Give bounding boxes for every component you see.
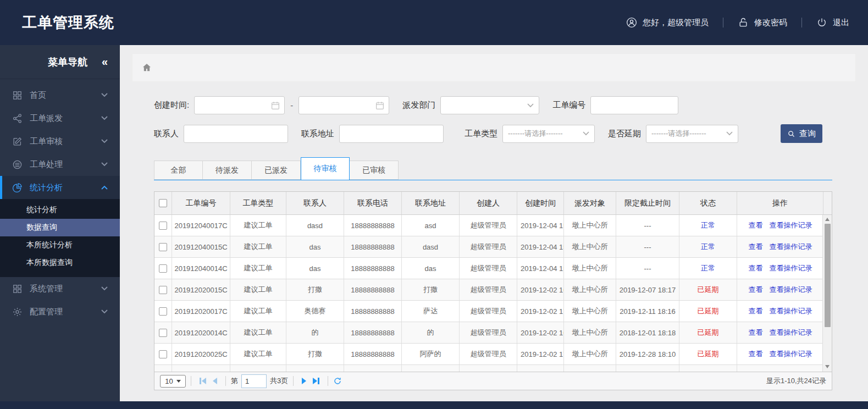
order-type-select[interactable]: -------请选择-------	[502, 125, 595, 143]
last-page-button[interactable]	[309, 378, 323, 384]
cell-order-type: 建议工单	[230, 344, 286, 364]
submenu-item-branch-data-query[interactable]: 本所数据查询	[0, 254, 120, 272]
row-checkbox[interactable]	[159, 264, 167, 273]
view-link[interactable]: 查看	[749, 285, 763, 295]
address-input[interactable]	[339, 125, 444, 143]
contact-label: 联系人	[154, 129, 179, 139]
row-checkbox[interactable]	[159, 350, 167, 358]
submenu-label: 本所统计分析	[26, 240, 73, 250]
contact-input[interactable]	[184, 125, 288, 143]
submenu-item-statistics[interactable]: 统计分析	[0, 201, 120, 219]
dispatch-dept-select[interactable]	[440, 96, 539, 114]
cell-deadline: 2019-12-11 18:16	[616, 301, 679, 322]
view-link[interactable]: 查看	[749, 220, 763, 230]
change-password-button[interactable]: 修改密码	[738, 17, 787, 28]
scroll-down-arrow-icon[interactable]	[825, 365, 830, 368]
view-log-link[interactable]: 查看操作记录	[770, 263, 812, 273]
col-status: 状态	[679, 192, 737, 214]
row-checkbox[interactable]	[159, 307, 167, 316]
sidebar-item-statistics[interactable]: 统计分析	[0, 176, 120, 199]
cell-created: 2019-12-02 16	[517, 279, 564, 300]
chevron-down-icon	[726, 131, 733, 136]
view-log-link[interactable]: 查看操作记录	[770, 328, 812, 338]
next-page-button[interactable]	[298, 378, 309, 384]
home-icon[interactable]	[141, 62, 152, 73]
search-icon	[787, 130, 795, 138]
submenu-item-data-query[interactable]: 数据查询	[0, 219, 120, 236]
cell-target: 墩上中心所	[564, 215, 616, 236]
scroll-up-arrow-icon[interactable]	[825, 218, 830, 221]
cell-contact: das	[286, 258, 344, 279]
submenu-item-branch-statistics[interactable]: 本所统计分析	[0, 236, 120, 254]
cell-target: 墩上中心所	[564, 236, 616, 257]
tab-all[interactable]: 全部	[154, 161, 203, 180]
chevron-down-icon	[101, 309, 108, 314]
tab-reviewed[interactable]: 已审核	[350, 161, 399, 180]
col-operation: 操作	[737, 192, 823, 214]
sidebar-item-home[interactable]: 首页	[0, 84, 120, 107]
cell-order-no: 201912020014C	[172, 322, 230, 343]
user-greeting[interactable]: 您好，超级管理员	[626, 17, 709, 28]
view-link[interactable]: 查看	[749, 328, 763, 338]
delay-select[interactable]: -------请选择-------	[646, 125, 738, 143]
row-checkbox[interactable]	[159, 222, 167, 230]
view-log-link[interactable]: 查看操作记录	[770, 220, 812, 230]
work-order-table: 工单编号 工单类型 联系人 联系电话 联系地址 创建人 创建时间 派发对象 限定…	[154, 191, 832, 372]
tab-dispatched[interactable]: 已派发	[252, 161, 301, 180]
cell-contact: dasd	[286, 215, 344, 236]
view-link[interactable]: 查看	[749, 263, 763, 273]
lock-icon	[738, 17, 749, 28]
row-checkbox[interactable]	[159, 329, 167, 337]
status-badge: 正常	[701, 242, 715, 252]
sidebar-item-config[interactable]: 配置管理	[0, 300, 120, 323]
view-log-link[interactable]: 查看操作记录	[770, 285, 812, 295]
statistics-submenu: 统计分析 数据查询 本所统计分析 本所数据查询	[0, 199, 120, 277]
sidebar-item-review[interactable]: 工单审核	[0, 130, 120, 153]
scrollbar-thumb[interactable]	[825, 224, 831, 327]
chevron-down-icon	[101, 286, 108, 291]
cell-address: dasd	[402, 236, 460, 257]
select-all-checkbox[interactable]	[159, 199, 167, 207]
cell-deadline: 2019-12-28 18:10	[616, 344, 679, 364]
view-log-link[interactable]: 查看操作记录	[770, 306, 812, 316]
pager-divider	[293, 376, 294, 386]
sidebar-item-system[interactable]: 系统管理	[0, 277, 120, 300]
sidebar-collapse-icon[interactable]: «	[102, 56, 107, 68]
row-checkbox[interactable]	[159, 243, 167, 251]
sidebar-item-label: 统计分析	[30, 183, 101, 193]
page-number-input[interactable]	[241, 374, 267, 388]
sidebar-item-dispatch[interactable]: 工单派发	[0, 107, 120, 130]
header-divider	[723, 18, 723, 27]
logout-button[interactable]: 退出	[816, 17, 849, 28]
table-scrollbar[interactable]	[822, 215, 832, 372]
order-no-input[interactable]	[590, 96, 678, 114]
tab-label: 全部	[171, 165, 186, 175]
prev-page-button[interactable]	[209, 378, 220, 384]
tab-pending-review[interactable]: 待审核	[301, 157, 350, 180]
page-size-select[interactable]: 10	[160, 375, 186, 388]
first-page-button[interactable]	[196, 378, 209, 384]
view-link[interactable]: 查看	[749, 306, 763, 316]
address-label: 联系地址	[301, 129, 334, 139]
created-time-start-input[interactable]	[194, 96, 285, 114]
dispatch-dept-label: 派发部门	[402, 100, 435, 110]
search-button[interactable]: 查询	[781, 124, 822, 143]
view-link[interactable]: 查看	[749, 349, 763, 359]
sidebar-item-process[interactable]: 工单处理	[0, 153, 120, 176]
chevron-down-icon	[583, 131, 589, 136]
col-phone: 联系电话	[344, 192, 402, 214]
calendar-icon[interactable]	[375, 101, 385, 110]
tab-pending-dispatch[interactable]: 待派发	[203, 161, 252, 180]
view-link[interactable]: 查看	[749, 242, 763, 252]
cell-deadline	[616, 365, 679, 372]
row-checkbox[interactable]	[159, 372, 167, 372]
cell-created: 2019-12-02 16	[517, 322, 564, 343]
refresh-icon[interactable]	[333, 377, 342, 385]
row-checkbox[interactable]	[159, 286, 167, 294]
sidebar-item-label: 工单审核	[30, 136, 101, 147]
created-time-end-input[interactable]	[298, 96, 389, 114]
view-log-link[interactable]: 查看操作记录	[770, 242, 812, 252]
view-log-link[interactable]: 查看操作记录	[770, 349, 812, 359]
cell-creator: 超级管理员	[460, 279, 517, 300]
calendar-icon[interactable]	[270, 101, 280, 110]
